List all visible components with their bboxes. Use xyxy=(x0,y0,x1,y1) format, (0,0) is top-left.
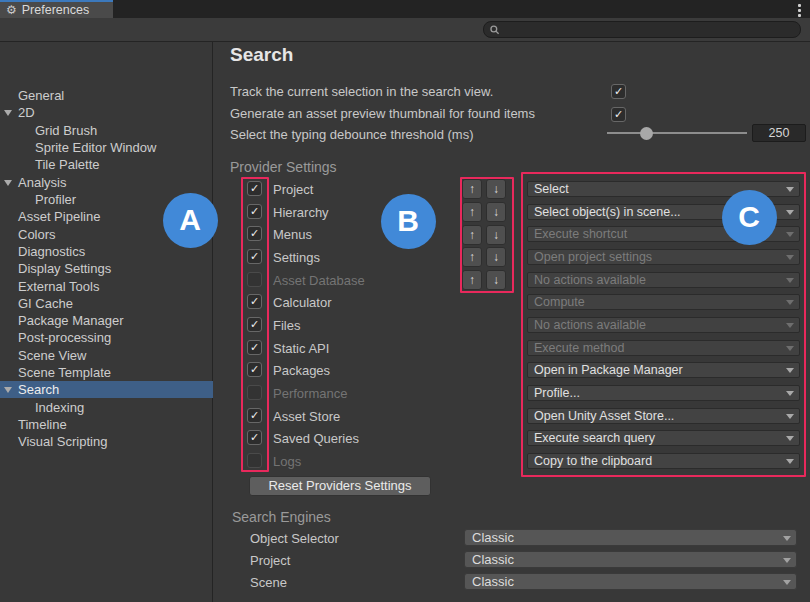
sidebar-item-search[interactable]: Search xyxy=(0,381,213,398)
action-dropdown[interactable]: Profile... xyxy=(527,385,800,401)
move-down-button[interactable]: ↓ xyxy=(486,179,506,199)
action-dropdown[interactable]: No actions available xyxy=(527,317,800,333)
action-dropdown[interactable]: No actions available xyxy=(527,272,800,288)
provider-label: Settings xyxy=(273,250,320,265)
engine-dropdown[interactable]: Classic xyxy=(464,529,797,546)
action-dropdown[interactable]: Copy to the clipboard xyxy=(527,453,800,469)
sidebar-item-diagnostics[interactable]: Diagnostics xyxy=(0,243,213,260)
sidebar-item-label: Diagnostics xyxy=(18,244,85,259)
move-down-button[interactable]: ↓ xyxy=(486,247,506,267)
sidebar-item-indexing[interactable]: Indexing xyxy=(0,399,213,416)
action-dropdown[interactable]: Select object(s) in scene... xyxy=(527,204,800,220)
sidebar-item-visual-scripting[interactable]: Visual Scripting xyxy=(0,433,213,450)
action-dropdown[interactable]: Open in Package Manager xyxy=(527,362,800,378)
sidebar-item-label: Scene Template xyxy=(18,365,111,380)
action-dropdown[interactable]: Compute xyxy=(527,294,800,310)
gear-icon: ⚙ xyxy=(6,3,17,17)
provider-checkbox-calculator[interactable]: ✓ xyxy=(247,294,262,309)
search-input[interactable] xyxy=(504,24,794,36)
provider-checkbox-settings[interactable]: ✓ xyxy=(247,249,262,264)
option-label-asset-preview: Generate an asset preview thumbnail for … xyxy=(230,106,535,121)
search-box[interactable] xyxy=(483,21,801,38)
provider-checkbox-saved-queries[interactable]: ✓ xyxy=(247,430,262,445)
provider-label: Project xyxy=(273,182,313,197)
provider-checkbox-project[interactable]: ✓ xyxy=(247,181,262,196)
move-up-button[interactable]: ↑ xyxy=(462,202,482,222)
sidebar-item-label: Profiler xyxy=(35,192,76,207)
provider-checkbox-asset-database[interactable] xyxy=(247,272,262,287)
provider-checkbox-hierarchy[interactable]: ✓ xyxy=(247,204,262,219)
move-up-button[interactable]: ↑ xyxy=(462,179,482,199)
caret-down-icon xyxy=(786,210,794,215)
caret-down-icon xyxy=(783,536,791,541)
sidebar-item-analysis[interactable]: Analysis xyxy=(0,174,213,191)
action-dropdown[interactable]: Open Unity Asset Store... xyxy=(527,408,800,424)
action-dropdown[interactable]: Execute search query xyxy=(527,430,800,446)
reset-providers-button[interactable]: Reset Providers Settings xyxy=(249,476,431,496)
provider-label: Files xyxy=(273,318,300,333)
move-down-button[interactable]: ↓ xyxy=(486,202,506,222)
debounce-slider-handle[interactable] xyxy=(640,127,653,140)
tab-preferences[interactable]: ⚙ Preferences xyxy=(0,0,113,18)
toolbar xyxy=(0,18,810,42)
caret-down-icon xyxy=(783,558,791,563)
kebab-menu-icon[interactable] xyxy=(798,4,801,17)
provider-checkbox-performance[interactable] xyxy=(247,385,262,400)
provider-label: Menus xyxy=(273,227,312,242)
move-up-button[interactable]: ↑ xyxy=(462,247,482,267)
sidebar-item-grid-brush[interactable]: Grid Brush xyxy=(0,122,213,139)
debounce-value-field[interactable]: 250 xyxy=(752,124,806,142)
chevron-down-icon[interactable] xyxy=(4,180,12,186)
sidebar-item-sprite-editor-window[interactable]: Sprite Editor Window xyxy=(0,139,213,156)
sidebar-item-tile-palette[interactable]: Tile Palette xyxy=(0,156,213,173)
action-dropdown[interactable]: Execute method xyxy=(527,340,800,356)
sidebar-item-asset-pipeline[interactable]: Asset Pipeline xyxy=(0,208,213,225)
sidebar-item-colors[interactable]: Colors xyxy=(0,226,213,243)
caret-down-icon xyxy=(786,346,794,351)
provider-checkbox-asset-store[interactable]: ✓ xyxy=(247,408,262,423)
engine-dropdown[interactable]: Classic xyxy=(464,573,797,590)
arrow-down-icon: ↓ xyxy=(493,182,499,196)
chevron-down-icon[interactable] xyxy=(4,387,12,393)
sidebar-item-label: External Tools xyxy=(18,279,99,294)
caret-down-icon xyxy=(783,580,791,585)
action-dropdown[interactable]: Select xyxy=(527,181,800,197)
arrow-up-icon: ↑ xyxy=(469,205,475,219)
sidebar-item-scene-template[interactable]: Scene Template xyxy=(0,364,213,381)
provider-checkbox-logs[interactable] xyxy=(247,453,262,468)
sidebar-item-display-settings[interactable]: Display Settings xyxy=(0,260,213,277)
caret-down-icon xyxy=(786,278,794,283)
sidebar-item-label: Timeline xyxy=(18,417,67,432)
provider-checkbox-menus[interactable]: ✓ xyxy=(247,226,262,241)
sidebar-item-scene-view[interactable]: Scene View xyxy=(0,347,213,364)
preferences-window: ⚙ Preferences General2DGrid BrushSprite … xyxy=(0,0,810,602)
tab-title: Preferences xyxy=(22,3,89,17)
sidebar-item-post-processing[interactable]: Post-processing xyxy=(0,329,213,346)
dropdown-value: Execute search query xyxy=(534,431,655,445)
search-icon xyxy=(490,25,500,35)
asset-preview-checkbox[interactable]: ✓ xyxy=(611,107,626,122)
arrow-down-icon: ↓ xyxy=(493,250,499,264)
action-dropdown[interactable]: Open project settings xyxy=(527,249,800,265)
move-up-button[interactable]: ↑ xyxy=(462,225,482,245)
move-down-button[interactable]: ↓ xyxy=(486,270,506,290)
provider-checkbox-packages[interactable]: ✓ xyxy=(247,362,262,377)
sidebar-item-2d[interactable]: 2D xyxy=(0,104,213,121)
provider-checkbox-static-api[interactable]: ✓ xyxy=(247,340,262,355)
move-down-button[interactable]: ↓ xyxy=(486,225,506,245)
track-selection-checkbox[interactable]: ✓ xyxy=(611,84,626,99)
sidebar-item-general[interactable]: General xyxy=(0,87,213,104)
action-dropdown[interactable]: Execute shortcut xyxy=(527,226,800,242)
provider-label: Static API xyxy=(273,341,329,356)
sidebar-item-timeline[interactable]: Timeline xyxy=(0,416,213,433)
sidebar-item-profiler[interactable]: Profiler xyxy=(0,191,213,208)
sidebar-item-gi-cache[interactable]: GI Cache xyxy=(0,295,213,312)
sidebar-item-package-manager[interactable]: Package Manager xyxy=(0,312,213,329)
debounce-slider-track[interactable] xyxy=(607,132,747,134)
sidebar-item-external-tools[interactable]: External Tools xyxy=(0,278,213,295)
provider-checkbox-files[interactable]: ✓ xyxy=(247,317,262,332)
move-up-button[interactable]: ↑ xyxy=(462,270,482,290)
caret-down-icon xyxy=(786,255,794,260)
chevron-down-icon[interactable] xyxy=(4,110,12,116)
engine-dropdown[interactable]: Classic xyxy=(464,551,797,568)
